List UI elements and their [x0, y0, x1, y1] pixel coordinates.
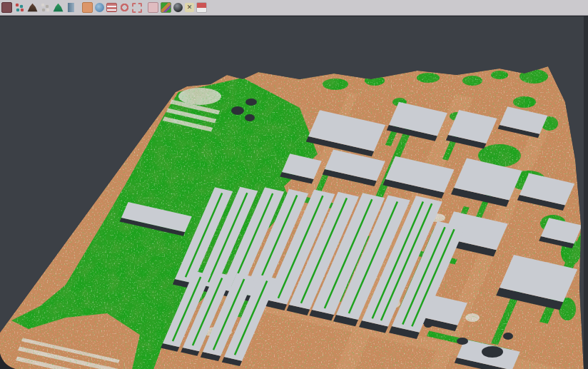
red-flag-icon[interactable]: [196, 2, 207, 13]
speckled-block-icon[interactable]: [1, 2, 12, 13]
orange-square-icon[interactable]: [82, 2, 93, 13]
red-layers-icon[interactable]: [106, 3, 117, 12]
blue-panel-icon[interactable]: [66, 2, 76, 13]
application-window: [0, 0, 588, 369]
dark-mound-icon[interactable]: [27, 2, 38, 13]
green-hill-icon[interactable]: [53, 2, 64, 13]
toolbar: [0, 0, 588, 16]
light-points-icon[interactable]: [40, 2, 51, 13]
blue-globe-icon[interactable]: [95, 3, 104, 12]
pink-clip-icon[interactable]: [148, 2, 158, 13]
viewport-3d[interactable]: [0, 16, 588, 369]
colored-points-icon[interactable]: [14, 2, 25, 13]
classification-map-icon[interactable]: [161, 2, 171, 13]
yellow-delete-icon[interactable]: [185, 3, 194, 12]
classified-terrain-render: [0, 16, 588, 369]
red-ring-icon[interactable]: [119, 2, 130, 13]
red-selection-icon[interactable]: [132, 3, 142, 13]
dark-sphere-icon[interactable]: [173, 3, 183, 12]
